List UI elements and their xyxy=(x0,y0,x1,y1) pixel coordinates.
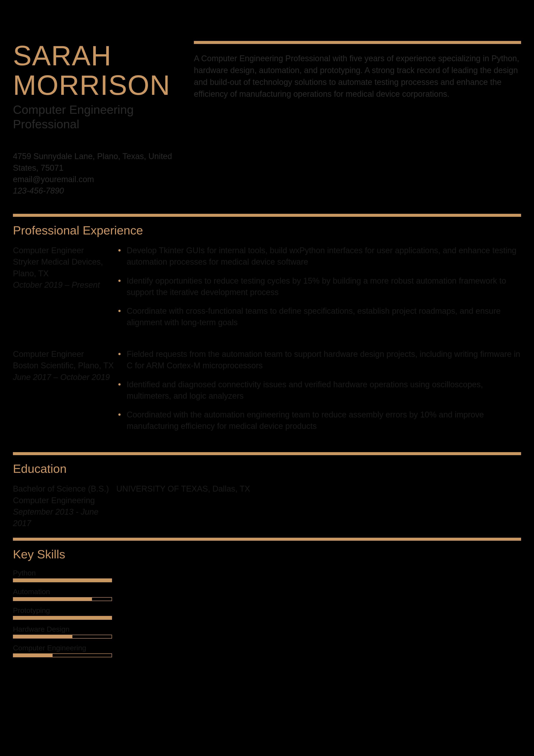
experience-bullets: Develop Tkinter GUIs for internal tools,… xyxy=(116,245,521,336)
divider-experience xyxy=(13,214,521,217)
experience-dates: June 2017 – October 2019 xyxy=(13,371,116,383)
education-dates: September 2013 - June 2017 xyxy=(13,506,116,529)
experience-company: Stryker Medical Devices, Plano, TX xyxy=(13,256,116,279)
skill-row: Python xyxy=(13,569,112,582)
name-last: MORRISON xyxy=(13,70,181,100)
experience-company: Boston Scientific, Plano, TX xyxy=(13,360,116,371)
header-row: SARAH MORRISON Computer Engineering Prof… xyxy=(13,41,521,197)
skill-fill xyxy=(13,579,112,582)
experience-bullet: Identify opportunities to reduce testing… xyxy=(116,275,521,298)
contact-address: 4759 Sunnydale Lane, Plano, Texas, Unite… xyxy=(13,150,181,174)
contact-block: 4759 Sunnydale Lane, Plano, Texas, Unite… xyxy=(13,150,181,197)
skill-fill xyxy=(13,654,53,657)
contact-email: email@youremail.com xyxy=(13,174,181,185)
experience-dates: October 2019 – Present xyxy=(13,279,116,291)
contact-phone: 123-456-7890 xyxy=(13,185,181,197)
education-meta: Bachelor of Science (B.S.) Computer Engi… xyxy=(13,483,116,529)
summary-divider xyxy=(194,41,521,44)
experience-bullet: Coordinate with cross-functional teams t… xyxy=(116,305,521,328)
experience-bullet: Fielded requests from the automation tea… xyxy=(116,348,521,371)
education-list: Bachelor of Science (B.S.) Computer Engi… xyxy=(13,483,521,529)
skill-label: Computer Engineering xyxy=(13,644,112,652)
skill-bar xyxy=(13,597,112,601)
skill-row: Hardware Design xyxy=(13,625,112,638)
experience-meta: Computer EngineerStryker Medical Devices… xyxy=(13,245,116,336)
education-school: UNIVERSITY OF TEXAS, Dallas, TX xyxy=(116,483,521,529)
experience-entry: Computer EngineerStryker Medical Devices… xyxy=(13,245,521,336)
skill-label: Hardware Design xyxy=(13,625,112,634)
divider-education xyxy=(13,452,521,455)
skill-fill xyxy=(13,635,72,638)
experience-meta: Computer EngineerBoston Scientific, Plan… xyxy=(13,348,116,439)
skill-label: Python xyxy=(13,569,112,577)
skill-fill xyxy=(13,616,112,619)
education-entry: Bachelor of Science (B.S.) Computer Engi… xyxy=(13,483,521,529)
header-left: SARAH MORRISON Computer Engineering Prof… xyxy=(13,41,181,197)
experience-title: Computer Engineer xyxy=(13,245,116,256)
section-title-education: Education xyxy=(13,462,521,475)
experience-bullet: Identified and diagnosed connectivity is… xyxy=(116,379,521,402)
name-first: SARAH xyxy=(13,41,181,70)
skill-row: Automation xyxy=(13,587,112,601)
skill-fill xyxy=(13,598,92,601)
skill-row: Prototyping xyxy=(13,606,112,620)
section-title-skills: Key Skills xyxy=(13,547,521,561)
skill-bar xyxy=(13,653,112,657)
skill-bar xyxy=(13,635,112,638)
experience-list: Computer EngineerStryker Medical Devices… xyxy=(13,245,521,439)
section-title-experience: Professional Experience xyxy=(13,223,521,237)
skill-label: Prototyping xyxy=(13,606,112,615)
header-right: A Computer Engineering Professional with… xyxy=(194,41,521,197)
experience-bullet: Coordinated with the automation engineer… xyxy=(116,409,521,432)
summary-text: A Computer Engineering Professional with… xyxy=(194,53,521,100)
skill-bar xyxy=(13,616,112,620)
experience-title: Computer Engineer xyxy=(13,348,116,360)
experience-bullets: Fielded requests from the automation tea… xyxy=(116,348,521,439)
experience-entry: Computer EngineerBoston Scientific, Plan… xyxy=(13,348,521,439)
job-title: Computer Engineering Professional xyxy=(13,102,181,131)
education-degree: Bachelor of Science (B.S.) Computer Engi… xyxy=(13,483,116,506)
skill-bar xyxy=(13,579,112,582)
skill-row: Computer Engineering xyxy=(13,644,112,657)
skill-label: Automation xyxy=(13,587,112,596)
divider-skills xyxy=(13,538,521,541)
experience-bullet: Develop Tkinter GUIs for internal tools,… xyxy=(116,245,521,268)
skills-list: PythonAutomationPrototypingHardware Desi… xyxy=(13,569,112,657)
